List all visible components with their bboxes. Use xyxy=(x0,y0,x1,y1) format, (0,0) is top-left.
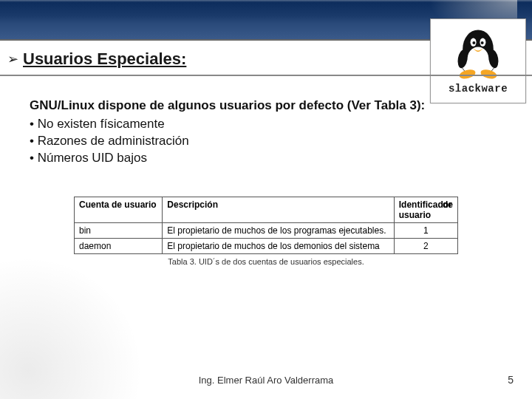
table-row: bin El propietario de muchos de los prog… xyxy=(75,222,458,238)
cell-uid: 1 xyxy=(394,222,457,238)
col-uid-sub: usuario xyxy=(399,210,431,220)
slide-heading-row: ➢ Usuarios Especiales: xyxy=(0,41,532,76)
table-container: Cuenta de usuario Descripción Identifica… xyxy=(74,197,458,266)
col-uid: Identificador de usuario xyxy=(394,197,457,222)
cell-desc: El propietario de muchos de los demonios… xyxy=(163,238,394,253)
col-account: Cuenta de usuario xyxy=(75,197,163,222)
logo-label: slackware xyxy=(434,83,522,95)
bullet-list: No existen físicamente Razones de admini… xyxy=(30,116,502,167)
table-caption: Tabla 3. UID´s de dos cuentas de usuario… xyxy=(74,257,458,266)
footer-page-number: 5 xyxy=(508,374,514,386)
cell-account: bin xyxy=(75,222,163,238)
users-table: Cuenta de usuario Descripción Identifica… xyxy=(74,197,458,254)
col-uid-right: de xyxy=(443,200,453,210)
bullet-arrow-icon: ➢ xyxy=(7,51,18,67)
cell-uid: 2 xyxy=(394,238,457,253)
slide-content: GNU/Linux dispone de algunos usuarios po… xyxy=(0,76,532,266)
slide-heading: Usuarios Especiales: xyxy=(23,50,186,69)
table-row: daemon El propietario de muchos de los d… xyxy=(75,238,458,253)
table-header-row: Cuenta de usuario Descripción Identifica… xyxy=(75,197,458,222)
list-item: No existen físicamente xyxy=(30,116,502,133)
col-desc: Descripción xyxy=(163,197,394,222)
list-item: Razones de administración xyxy=(30,133,502,150)
footer-author: Ing. Elmer Raúl Aro Valderrama xyxy=(0,375,532,386)
cell-desc: El propietario de muchos de los programa… xyxy=(163,222,394,238)
list-item: Números UID bajos xyxy=(30,150,502,167)
cell-account: daemon xyxy=(75,238,163,253)
